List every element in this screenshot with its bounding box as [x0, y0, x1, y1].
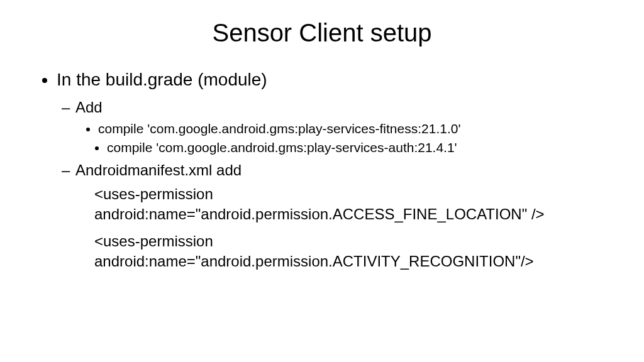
bullet-text: Add [75, 99, 103, 116]
bullet-text: compile 'com.google.android.gms:play-ser… [98, 121, 460, 136]
bullet-manifest: Androidmanifest.xml add [75, 162, 606, 179]
slide-title: Sensor Client setup [38, 19, 606, 47]
bullet-text: Androidmanifest.xml add [75, 162, 242, 178]
bullet-add: Add compile 'com.google.android.gms:play… [75, 99, 606, 155]
bullet-compile-auth: compile 'com.google.android.gms:play-ser… [107, 140, 606, 155]
bullet-list-level3: compile 'com.google.android.gms:play-ser… [75, 121, 606, 155]
bullet-compile-fitness: compile 'com.google.android.gms:play-ser… [98, 121, 606, 136]
bullet-text: In the build.grade (module) [57, 70, 267, 89]
bullet-list-level2: Add compile 'com.google.android.gms:play… [57, 99, 606, 272]
bullet-text: compile 'com.google.android.gms:play-ser… [107, 140, 457, 155]
bullet-list-level1: In the build.grade (module) Add compile … [38, 70, 606, 272]
bullet-build-gradle: In the build.grade (module) Add compile … [57, 70, 606, 272]
permission-line-1: <uses-permission android:name="android.p… [75, 184, 606, 225]
permission-line-2: <uses-permission android:name="android.p… [75, 231, 606, 272]
